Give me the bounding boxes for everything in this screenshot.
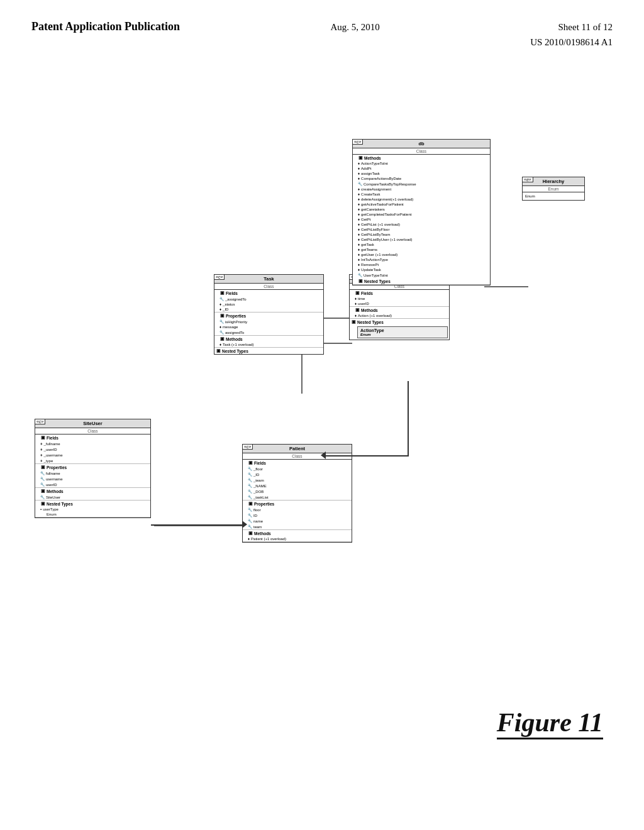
patient-stereotype: «c»	[242, 444, 253, 450]
patient-field-dob: 🔧_DOB	[247, 489, 352, 494]
action-fields-header: ▣Fields	[353, 290, 449, 296]
siteuser-title: SiteUser	[35, 419, 150, 428]
task-field-status: ♦_status	[218, 302, 323, 307]
task-subtitle: Class	[214, 284, 323, 290]
publication-date: Aug. 5, 2010	[330, 19, 379, 33]
sheet-number: Sheet 11 of 12	[558, 19, 613, 33]
db-stereotype: «c»	[352, 139, 363, 145]
patient-methods-header: ▣Methods	[247, 530, 352, 536]
diagram-area: SiteUser «c» Class ▣Fields ♦_fullname ♦_…	[0, 67, 644, 821]
db-method-getptlistteam: ♦GetPtListByTeam	[357, 232, 490, 237]
db-title: db	[353, 140, 490, 148]
patient-fields-header: ▣Fields	[247, 460, 352, 466]
db-method-gettask: ♦getTask	[357, 242, 490, 247]
db-method-getactivetasks: ♦getActiveTasksForPatient	[357, 202, 490, 207]
db-method-deleteassign: ♦deleteAssignment(+1 overload)	[357, 197, 490, 202]
figure-label: Figure 11	[497, 707, 603, 739]
siteuser-subtitle: Class	[35, 428, 150, 434]
db-method-usertypetoint: 🔧UserTypeToInt	[357, 272, 490, 278]
publication-title: Patent Application Publication	[31, 19, 180, 35]
siteuser-method-siteuser: 🔧SiteUser	[39, 494, 150, 500]
db-method-updatetask: ♦UpdateTask	[357, 267, 490, 272]
siteuser-field-type: ♦_type	[39, 458, 150, 463]
task-field-assignedto: 🔧_assignedTo	[218, 296, 323, 302]
db-method-getptlistfloor: ♦GetPtListByFloor	[357, 227, 490, 232]
hierarchy-box: Hierarchy «e» Enum Enum	[522, 177, 585, 201]
patient-prop-team: 🔧team	[247, 524, 352, 529]
siteuser-nested-enum: Enum	[39, 512, 150, 517]
patient-title: Patient	[243, 445, 352, 453]
arrow-task	[321, 451, 326, 459]
db-method-actiontypetoint: ♦ActionTypeToInt	[357, 161, 490, 166]
db-method-removept: ♦RemovePt	[357, 262, 490, 267]
siteuser-prop-userid: 🔧userID	[39, 482, 150, 487]
siteuser-field-userid: ♦_userID	[39, 446, 150, 452]
patient-field-team: 🔧_team	[247, 477, 352, 483]
patient-subtitle: Class	[243, 453, 352, 460]
db-method-compareactions: ♦CompareActionsByDate	[357, 176, 490, 181]
actiontype-box-title: ActionType	[360, 328, 445, 333]
task-box: Task «c» Class ▣Fields 🔧_assignedTo ♦_st…	[214, 274, 324, 355]
arrow-siteuser-patient	[242, 521, 247, 528]
hierarchy-subtitle: Enum	[523, 186, 584, 192]
db-method-getptlist: ♦GetPtList (+1 overload)	[357, 222, 490, 227]
db-method-getteams: ♦getTeams	[357, 247, 490, 252]
patient-field-floor: 🔧_floor	[247, 466, 352, 472]
db-method-comparetasks: 🔧CompareTasksByTopResponse	[357, 181, 490, 187]
task-fields-header: ▣Fields	[218, 290, 323, 296]
db-method-inttoactiontype: ♦IntToActionType	[357, 257, 490, 262]
db-method-getpt: ♦GetPt	[357, 217, 490, 222]
db-method-getcaretakers: ♦getCaretakers	[357, 207, 490, 212]
siteuser-methods-header: ▣Methods	[39, 488, 150, 494]
siteuser-nested-header: ▣Nested Types	[39, 501, 150, 507]
db-method-getuser: ♦getUser (+1 overload)	[357, 252, 490, 257]
db-method-createtask: ♦CreateTask	[357, 192, 490, 197]
db-method-getcompletedtasks: ♦getCompletedTasksForPatient	[357, 212, 490, 217]
task-prop-assignedto: 🔧assignedTo	[218, 329, 323, 335]
db-box: db «c» Class ▣Methods ♦ActionTypeToInt ♦…	[352, 139, 491, 285]
patient-prop-id: 🔧ID	[247, 512, 352, 518]
db-nested-header: ▣Nested Types	[357, 278, 490, 284]
patient-box: Patient «c» Class ▣Fields 🔧_floor 🔧_ID 🔧…	[242, 444, 352, 543]
patient-method: ♦Patient (+1 overload)	[247, 536, 352, 541]
db-subtitle: Class	[353, 148, 490, 155]
siteuser-stereotype: «c»	[35, 419, 45, 424]
actiontype-box-sub: Enum	[360, 333, 445, 336]
siteuser-nested-usertype: ▪userType	[39, 507, 150, 512]
hierarchy-body: Enum	[523, 192, 584, 200]
db-method-assigntask: ♦assignTask	[357, 171, 490, 176]
action-method: ♦Action (+1 overload)	[353, 313, 449, 318]
connector-db-task-h	[324, 455, 408, 456]
action-field-time: ♦time	[353, 296, 449, 301]
siteuser-fields-header: ▣Fields	[39, 434, 150, 441]
action-nested-header: ▣Nested Types	[350, 319, 449, 325]
siteuser-field-username: ♦_username	[39, 452, 150, 458]
task-prop-message: ♦message	[218, 324, 323, 329]
task-nested-header: ▣Nested Types	[214, 348, 323, 354]
task-properties-header: ▣Properties	[218, 313, 323, 319]
patient-properties-header: ▣Properties	[247, 501, 352, 507]
task-field-id: ♦_ID	[218, 307, 323, 312]
db-methods-header: ▣Methods	[357, 155, 490, 161]
patent-number: US 2010/0198614 A1	[530, 34, 613, 48]
action-field-userid: ♦userID	[353, 301, 449, 306]
db-method-createassignment: ♦createAssignment	[357, 187, 490, 192]
hierarchy-stereotype: «e»	[522, 177, 533, 182]
siteuser-prop-fullname: 🔧fullname	[39, 470, 150, 476]
siteuser-field-fullname: ♦_fullname	[39, 441, 150, 446]
patient-field-id: 🔧_ID	[247, 472, 352, 477]
action-methods-header: ▣Methods	[353, 307, 449, 313]
task-title: Task	[214, 275, 323, 284]
task-prop-priority: 🔧isHighPriority	[218, 319, 323, 324]
siteuser-properties-header: ▣Properties	[39, 464, 150, 470]
task-methods-header: ▣Methods	[218, 336, 323, 342]
task-method: ♦Task (+1 overload)	[218, 342, 323, 347]
db-method-addpt: ♦AddPt	[357, 166, 490, 171]
siteuser-prop-username: 🔧username	[39, 476, 150, 482]
siteuser-box: SiteUser «c» Class ▣Fields ♦_fullname ♦_…	[35, 419, 151, 518]
task-stereotype: «c»	[214, 274, 225, 280]
patient-prop-floor: 🔧floor	[247, 507, 352, 512]
patient-field-tasklist: 🔧_taskList	[247, 494, 352, 500]
db-method-getptlistuser: ♦GetPtListByUser (+1 overload)	[357, 237, 490, 242]
connector-siteuser-patient	[151, 524, 245, 526]
